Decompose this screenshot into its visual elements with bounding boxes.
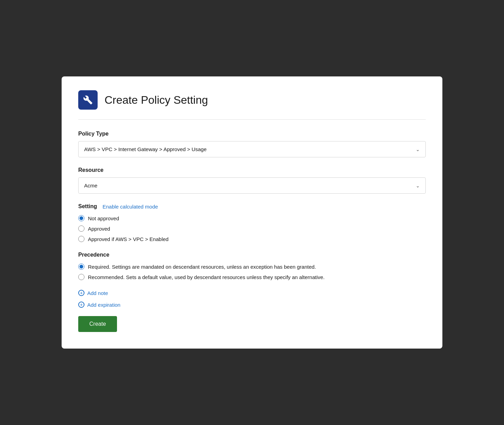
resource-value: Acme <box>84 183 97 188</box>
setting-radio-not-approved[interactable] <box>78 215 84 221</box>
policy-type-label: Policy Type <box>78 131 426 137</box>
create-policy-card: Create Policy Setting Policy Type AWS > … <box>62 76 442 349</box>
setting-label: Setting <box>78 203 97 210</box>
add-expiration-link[interactable]: + Add expiration <box>78 302 426 308</box>
setting-option-approved-if[interactable]: Approved if AWS > VPC > Enabled <box>78 236 426 242</box>
add-note-plus-icon: + <box>78 290 84 296</box>
add-expiration-plus-icon: + <box>78 302 84 308</box>
setting-radio-group: Not approved Approved Approved if AWS > … <box>78 215 426 242</box>
resource-chevron-icon: ⌄ <box>416 183 420 188</box>
precedence-radio-group: Required. Settings are mandated on desce… <box>78 264 426 280</box>
precedence-option-recommended-label: Recommended. Sets a default value, used … <box>88 274 325 280</box>
policy-type-select[interactable]: AWS > VPC > Internet Gateway > Approved … <box>78 141 426 157</box>
precedence-section: Precedence Required. Settings are mandat… <box>78 252 426 280</box>
precedence-radio-recommended[interactable] <box>78 274 84 280</box>
header-divider <box>78 119 426 120</box>
precedence-radio-required[interactable] <box>78 264 84 270</box>
setting-option-approved-label: Approved <box>88 226 110 232</box>
setting-section: Setting Enable calculated mode Not appro… <box>78 203 426 242</box>
create-button[interactable]: Create <box>78 316 117 332</box>
page-title: Create Policy Setting <box>105 94 208 107</box>
resource-select[interactable]: Acme ⌄ <box>78 177 426 194</box>
add-note-link[interactable]: + Add note <box>78 290 426 296</box>
precedence-label: Precedence <box>78 252 426 258</box>
policy-type-section: Policy Type AWS > VPC > Internet Gateway… <box>78 131 426 157</box>
precedence-option-required[interactable]: Required. Settings are mandated on desce… <box>78 264 426 270</box>
setting-option-not-approved-label: Not approved <box>88 215 119 221</box>
precedence-option-recommended[interactable]: Recommended. Sets a default value, used … <box>78 274 426 280</box>
setting-radio-approved-if[interactable] <box>78 236 84 242</box>
setting-option-approved-if-label: Approved if AWS > VPC > Enabled <box>88 236 169 242</box>
enable-calculated-mode-link[interactable]: Enable calculated mode <box>102 204 158 210</box>
add-note-label: Add note <box>87 290 108 296</box>
page-header: Create Policy Setting <box>78 90 426 110</box>
policy-type-chevron-icon: ⌄ <box>416 147 420 152</box>
wrench-icon <box>83 95 93 105</box>
policy-type-select-wrapper: AWS > VPC > Internet Gateway > Approved … <box>78 141 426 157</box>
resource-section: Resource Acme ⌄ <box>78 167 426 194</box>
setting-option-approved[interactable]: Approved <box>78 225 426 232</box>
policy-type-value: AWS > VPC > Internet Gateway > Approved … <box>84 146 207 152</box>
precedence-option-required-label: Required. Settings are mandated on desce… <box>88 264 316 270</box>
setting-header: Setting Enable calculated mode <box>78 203 426 210</box>
resource-select-wrapper: Acme ⌄ <box>78 177 426 194</box>
add-expiration-label: Add expiration <box>87 302 120 308</box>
resource-label: Resource <box>78 167 426 173</box>
header-icon <box>78 90 98 110</box>
setting-radio-approved[interactable] <box>78 225 84 232</box>
setting-option-not-approved[interactable]: Not approved <box>78 215 426 221</box>
